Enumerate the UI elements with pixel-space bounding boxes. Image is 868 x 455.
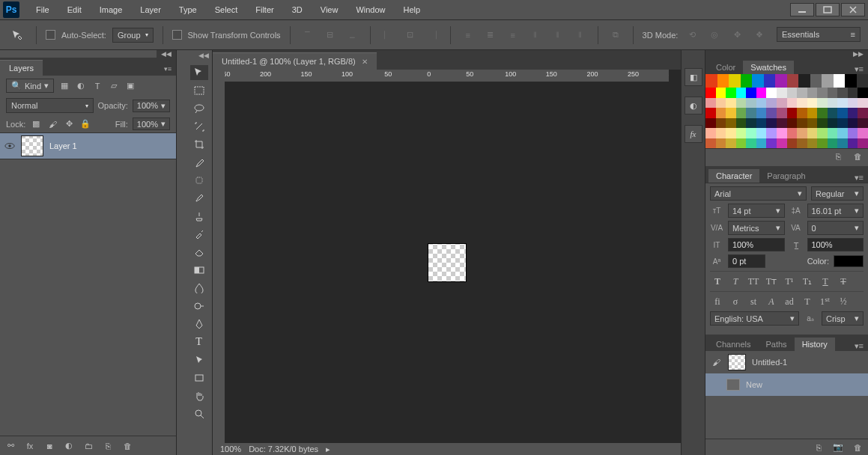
align-hcenter-icon[interactable]: ⊡ (402, 27, 419, 43)
color-picker-icon[interactable]: ◧ (685, 68, 702, 86)
snapshot-icon[interactable]: 📷 (832, 442, 844, 454)
swatch[interactable] (766, 88, 777, 98)
menu-filter[interactable]: Filter (246, 1, 282, 18)
swatch[interactable] (797, 128, 807, 138)
swatch[interactable] (777, 98, 787, 109)
swatch[interactable] (858, 128, 868, 138)
superscript-button[interactable]: T¹ (782, 275, 797, 288)
font-family-dropdown[interactable]: Arial▾ (710, 186, 807, 201)
autoselect-checkbox[interactable] (46, 30, 55, 40)
swatch[interactable] (777, 128, 787, 138)
swatch[interactable] (837, 138, 848, 149)
auto-align-icon[interactable]: ⧉ (607, 27, 624, 43)
swatch[interactable] (787, 138, 798, 149)
smallcaps-button[interactable]: Tᴛ (764, 275, 779, 288)
swatch[interactable] (726, 108, 736, 118)
menu-edit[interactable]: Edit (58, 1, 91, 18)
history-state[interactable]: New (705, 373, 868, 396)
allcaps-button[interactable]: TT (746, 275, 761, 288)
kerning-field[interactable]: Metrics▾ (728, 221, 785, 235)
swatch[interactable] (787, 108, 798, 118)
swatch[interactable] (705, 98, 716, 109)
baseline-field[interactable]: 0 pt (728, 254, 765, 268)
swatch[interactable] (726, 128, 736, 138)
half-button[interactable]: ½ (836, 295, 851, 308)
align-bottom-icon[interactable]: ⎽ (345, 27, 361, 43)
swatch[interactable] (756, 98, 767, 109)
swatch[interactable] (716, 108, 726, 118)
delete-swatch-icon[interactable]: 🗑 (852, 150, 864, 162)
lock-pixels-icon[interactable]: 🖌 (46, 118, 58, 130)
swatch[interactable] (797, 98, 807, 109)
swatch[interactable] (828, 88, 838, 98)
underline-button[interactable]: T (818, 275, 833, 288)
swatch[interactable] (797, 138, 807, 149)
new-layer-icon[interactable]: ⎘ (102, 440, 114, 452)
swatch[interactable] (807, 118, 818, 129)
swatch[interactable] (837, 108, 848, 118)
swash-button[interactable]: A (764, 295, 779, 308)
swatch[interactable] (716, 88, 726, 98)
color-tab[interactable]: Color (708, 61, 743, 74)
hand-tool[interactable] (190, 388, 208, 403)
group-icon[interactable]: 🗀 (82, 440, 94, 452)
swatch[interactable] (756, 108, 767, 118)
swatch[interactable] (777, 118, 787, 129)
bold-button[interactable]: T (710, 275, 725, 288)
menu-window[interactable]: Window (347, 1, 394, 18)
new-doc-from-state-icon[interactable]: ⎘ (813, 442, 825, 454)
3d-slide-icon[interactable]: ❖ (751, 27, 768, 43)
lock-all-icon[interactable]: 🔒 (79, 118, 91, 130)
swatch[interactable] (837, 118, 848, 129)
minimize-button[interactable] (790, 3, 814, 16)
crop-tool[interactable] (190, 137, 208, 152)
hscale-field[interactable]: 100% (807, 238, 864, 251)
align-vcenter-icon[interactable]: ⊟ (322, 27, 339, 43)
workspace-selector[interactable]: Essentials≡ (777, 27, 861, 42)
panel-menu-icon[interactable]: ▾≡ (160, 62, 176, 76)
swatch[interactable] (817, 108, 828, 118)
swatches-tab[interactable]: Swatches (743, 61, 794, 74)
type-filter-icon[interactable]: T (91, 80, 103, 92)
styles-icon[interactable]: fx (685, 125, 702, 143)
text-color-swatch[interactable] (834, 255, 864, 267)
layer-fx-icon[interactable]: fx (24, 440, 36, 452)
swatch[interactable] (828, 108, 838, 118)
adjustment-filter-icon[interactable]: ◐ (75, 80, 87, 92)
link-layers-icon[interactable]: ⚯ (4, 440, 16, 452)
alt-button[interactable]: σ (728, 295, 743, 308)
pen-tool[interactable] (190, 317, 208, 332)
swatch[interactable] (777, 108, 787, 118)
brush-source-icon[interactable]: 🖌 (710, 356, 722, 368)
swatch[interactable] (807, 98, 818, 109)
shape-tool[interactable] (190, 370, 208, 385)
panel-menu-icon[interactable]: ▾≡ (850, 64, 868, 74)
distribute-vcenter-icon[interactable]: ≣ (482, 27, 499, 43)
swatch[interactable] (848, 138, 858, 149)
lock-transparency-icon[interactable]: ▩ (30, 118, 42, 130)
swatch[interactable] (705, 108, 716, 118)
swatch[interactable] (726, 88, 736, 98)
channels-tab[interactable]: Channels (708, 338, 758, 351)
swatch[interactable] (817, 138, 828, 149)
visibility-icon[interactable] (4, 141, 15, 151)
swatch[interactable] (756, 138, 767, 149)
swatch[interactable] (736, 128, 747, 138)
swatch[interactable] (766, 118, 777, 129)
swatch[interactable] (716, 128, 726, 138)
align-top-icon[interactable]: ⎺ (300, 27, 316, 43)
align-left-icon[interactable]: ⎸ (380, 27, 396, 43)
swatch[interactable] (746, 88, 756, 98)
dodge-tool[interactable] (190, 299, 208, 314)
swatch[interactable] (726, 138, 736, 149)
menu-image[interactable]: Image (91, 1, 132, 18)
3d-rotate-icon[interactable]: ⟲ (684, 27, 700, 43)
swatch[interactable] (736, 88, 747, 98)
layers-tab[interactable]: Layers (0, 60, 43, 76)
smart-filter-icon[interactable]: ▣ (124, 80, 136, 92)
swatch[interactable] (858, 108, 868, 118)
blur-tool[interactable] (190, 281, 208, 296)
align-right-icon[interactable]: ⎹ (425, 27, 441, 43)
eraser-tool[interactable] (190, 245, 208, 260)
swatch[interactable] (746, 128, 756, 138)
